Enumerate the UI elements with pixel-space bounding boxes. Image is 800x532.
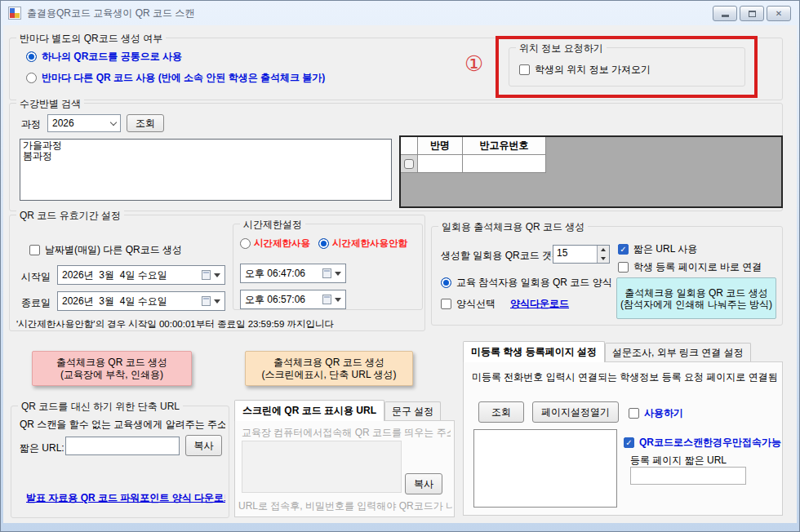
tab-register-page[interactable]: 미등록 학생 등록페이지 설정 xyxy=(463,341,605,362)
generate-screen-qr-button[interactable]: 출석체크용 QR 코드 생성 (스크린에표시, 단축 URL 생성) xyxy=(245,351,413,386)
open-page-settings-button[interactable]: 페이지설정열기 xyxy=(532,401,619,423)
group-class-search-title: 수강반별 검색 xyxy=(16,97,84,111)
end-date-picker[interactable]: 2026년 3월 4일 수요일 xyxy=(57,291,225,311)
short-url-label: 짧은 URL: xyxy=(20,441,64,455)
tab-survey-link[interactable]: 설문조사, 외부 링크 연결 설정 xyxy=(605,343,751,362)
course-combobox-value: 2026 xyxy=(52,117,74,129)
checkbox-icon[interactable] xyxy=(441,299,451,309)
grid-cell-class-name[interactable] xyxy=(418,155,463,173)
checkbox-icon[interactable] xyxy=(29,245,40,255)
grid-row-selector-cell[interactable] xyxy=(401,155,418,173)
start-date-label: 시작일 xyxy=(21,270,51,284)
maximize-icon xyxy=(749,11,756,17)
radio-selected-icon[interactable] xyxy=(26,51,37,62)
class-grid[interactable]: 반명 반고유번호 xyxy=(399,135,783,208)
radio-unselected-icon[interactable] xyxy=(240,238,251,249)
checkbox-qr-only[interactable]: ✓ QR코드로스캔한경우만접속가능 xyxy=(624,436,781,450)
register-search-button[interactable]: 조회 xyxy=(478,401,524,423)
list-item[interactable]: 가을과정 xyxy=(23,140,389,151)
grid-header-selector xyxy=(401,137,418,155)
dropdown-arrow-icon[interactable] xyxy=(214,273,220,277)
checkbox-form-select-label[interactable]: 양식선택 xyxy=(456,297,496,311)
maximize-button[interactable] xyxy=(740,6,764,21)
chevron-down-icon xyxy=(110,118,117,125)
group-time-limit-title: 시간제한설정 xyxy=(240,218,305,232)
short-url-input[interactable] xyxy=(65,437,180,455)
screen-url-note: URL로 접속후, 비밀번호를 입력해야 QR코드가 나 xyxy=(238,499,452,513)
ppt-download-link[interactable]: 발표 자료용 QR 코드 파워포인트 양식 다운로드 xyxy=(26,491,225,505)
dropdown-arrow-icon[interactable] xyxy=(335,298,341,302)
checkbox-direct-link[interactable]: 학생 등록 페이지로 바로 연결 xyxy=(618,260,762,274)
calendar-icon xyxy=(202,270,211,280)
minimize-button[interactable] xyxy=(713,6,737,21)
checkbox-short-url[interactable]: ✓ 짧은 URL 사용 xyxy=(618,242,697,256)
calendar-icon xyxy=(322,295,331,304)
group-validity: QR 코드 유효기간 설정 날짜별(매일) 다른 QR코드 생성 시작일 202… xyxy=(9,215,425,331)
title-bar[interactable]: 출결용QR코드 교육생이 QR 코드 스캔 ✕ xyxy=(1,1,799,25)
validity-note: '시간제한사용안함'의 경우 시작일 00:00:01부터 종료일 23:59:… xyxy=(16,318,420,330)
radio-time-limit-off-label[interactable]: 시간제한사용안함 xyxy=(332,237,407,250)
end-time-picker[interactable]: 오후 06:57:06 xyxy=(240,290,346,309)
register-short-url-input[interactable] xyxy=(630,467,746,485)
start-date-picker[interactable]: 2026년 3월 4일 수요일 xyxy=(57,265,225,285)
short-url-copy-label: 복사 xyxy=(194,439,214,453)
minimize-icon xyxy=(722,15,729,17)
checkbox-checked-icon[interactable]: ✓ xyxy=(624,437,634,448)
screenshot-stage: 출결용QR코드 교육생이 QR 코드 스캔 ✕ 반마다 별도의 QR코드 생성 … xyxy=(0,0,800,532)
checkbox-use-register-label: 사용하기 xyxy=(644,406,683,420)
checkbox-short-url-label: 짧은 URL 사용 xyxy=(633,242,697,256)
register-listbox[interactable] xyxy=(473,429,617,508)
checkbox-use-register[interactable]: 사용하기 xyxy=(629,406,683,420)
spinner-down-icon[interactable] xyxy=(601,257,606,260)
course-combobox[interactable]: 2026 xyxy=(47,114,121,132)
calendar-icon xyxy=(202,296,211,306)
spinner-buttons[interactable] xyxy=(597,246,609,263)
screen-qr-line2: (스크린에표시, 단축 URL 생성) xyxy=(262,369,397,381)
start-time-picker[interactable]: 오후 06:47:06 xyxy=(240,264,346,283)
radio-unselected-icon[interactable] xyxy=(26,73,37,83)
check-icon: ✓ xyxy=(625,439,632,447)
screen-qr-line1: 출석체크용 QR 코드 생성 xyxy=(273,357,384,369)
dropdown-arrow-icon[interactable] xyxy=(214,299,220,304)
group-validity-title: QR 코드 유효기간 설정 xyxy=(16,209,124,223)
screen-url-copy-button[interactable]: 복사 xyxy=(405,473,442,494)
register-search-label: 조회 xyxy=(491,406,511,419)
close-button[interactable]: ✕ xyxy=(767,6,791,21)
register-tabpanel: 미등록 전화번호 입력시 연결되는 학생정보 등록 요청 페이지로 연결됨 조회… xyxy=(463,361,783,516)
radio-attendee-form[interactable]: 교육 참석자용 일회용 QR 코드 양식 xyxy=(441,276,612,290)
checkbox-daily-qr[interactable]: 날짜별(매일) 다른 QR코드 생성 xyxy=(29,243,182,257)
spinner-up-icon[interactable] xyxy=(601,248,606,251)
grid-header-class-id: 반고유번호 xyxy=(463,137,546,155)
checkbox-checked-icon[interactable]: ✓ xyxy=(618,244,629,255)
dropdown-arrow-icon[interactable] xyxy=(335,272,341,276)
screen-url-textarea[interactable] xyxy=(242,441,402,493)
close-icon: ✕ xyxy=(776,10,782,18)
grid-cell-class-id[interactable] xyxy=(463,155,546,173)
table-row[interactable] xyxy=(401,155,781,173)
tab-text-setting[interactable]: 문구 설정 xyxy=(384,401,441,421)
short-url-copy-button[interactable]: 복사 xyxy=(185,435,222,456)
group-time-limit: 시간제한설정 시간제한사용 시간제한사용안함 오후 06:47:06 오후 06… xyxy=(233,224,423,310)
course-listbox[interactable]: 가을과정 봄과정 xyxy=(20,139,392,201)
list-item[interactable]: 봄과정 xyxy=(23,151,389,162)
group-one-time-qr: 일회용 출석체크용 QR 코드 생성 생성할 일회용 QR코드 갯수 15 교육… xyxy=(431,226,783,326)
register-short-url-label: 등록 페이지 짧은 URL xyxy=(630,454,727,468)
checkbox-icon[interactable] xyxy=(629,408,639,419)
course-label: 과정 xyxy=(21,117,41,131)
radio-per-class-qr[interactable]: 반마다 다른 QR 코드 사용 (반에 소속 안된 학생은 출석체크 불가) xyxy=(26,71,325,85)
one-time-count-spinner[interactable]: 15 xyxy=(553,245,610,264)
radio-common-qr[interactable]: 하나의 QR코드를 공통으로 사용 xyxy=(26,50,182,64)
tab-screen-url[interactable]: 스크린에 QR 코드 표시용 URL xyxy=(234,400,384,421)
radio-time-limit-on-label[interactable]: 시간제한사용 xyxy=(254,237,310,250)
generate-print-qr-button[interactable]: 출석체크용 QR 코드 생성 (교육장에 부착, 인쇄용) xyxy=(32,351,192,386)
calendar-icon xyxy=(322,268,331,278)
generate-one-time-qr-button[interactable]: 출석체크용 일회용 QR 코드 생성 (참석자에게 인쇄해 나눠주는 방식) xyxy=(616,277,776,319)
group-qr-mode-title: 반마다 별도의 QR코드 생성 여부 xyxy=(16,32,166,46)
app-icon xyxy=(8,7,21,20)
checkbox-icon[interactable] xyxy=(618,262,629,273)
radio-selected-icon[interactable] xyxy=(318,238,329,249)
form-download-link[interactable]: 양식다운로드 xyxy=(510,297,569,311)
grid-row-checkbox[interactable] xyxy=(404,159,414,169)
course-search-button[interactable]: 조회 xyxy=(127,114,164,132)
radio-selected-icon[interactable] xyxy=(441,277,451,288)
